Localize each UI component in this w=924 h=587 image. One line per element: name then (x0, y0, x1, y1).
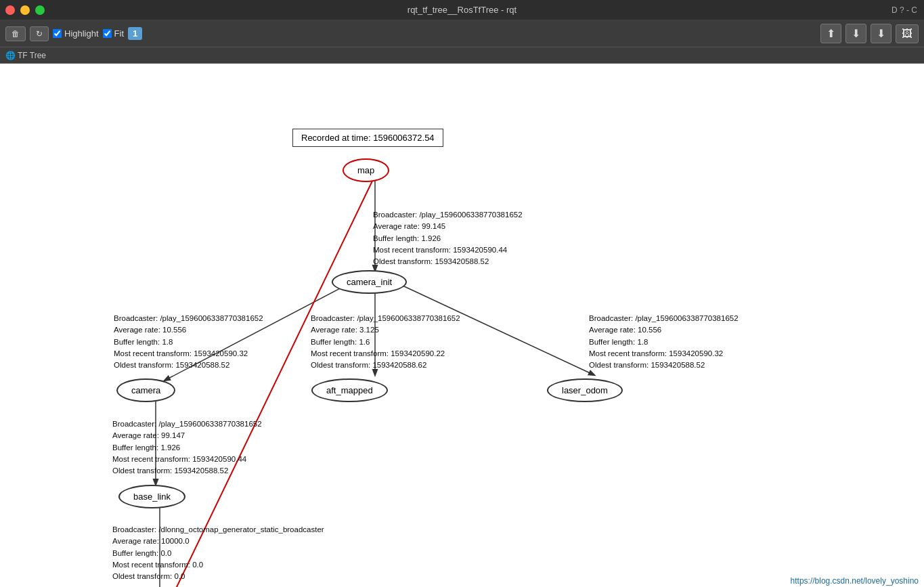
node-map[interactable]: map (343, 158, 389, 182)
node-base-link-ellipse[interactable]: base_link (118, 485, 185, 508)
download1-button[interactable]: ⬇ (845, 24, 866, 43)
node-laser-odom-ellipse[interactable]: laser_odom (547, 378, 623, 402)
clear-icon: 🗑 (12, 29, 20, 39)
highlight-checkbox-label[interactable]: Highlight (53, 28, 99, 39)
node-camera-ellipse[interactable]: camera (116, 378, 175, 402)
menubar: 🌐 TF Tree (0, 47, 924, 64)
download2-icon: ⬇ (877, 28, 885, 39)
recorded-time-box: Recorded at time: 1596006372.54 (292, 129, 443, 147)
fit-label: Fit (114, 28, 124, 39)
node-map-ellipse[interactable]: map (343, 158, 389, 182)
edge-info-camera-baselink: Broadcaster: /play_1596006338770381652 A… (112, 418, 262, 477)
maximize-btn[interactable] (35, 5, 45, 15)
edge-info-camerainit-camera: Broadcaster: /play_1596006338770381652 A… (114, 313, 263, 371)
watermark: https://blog.csdn.net/lovely_yoshino (791, 576, 919, 586)
refresh-button[interactable]: ↻ (30, 26, 49, 41)
highlight-checkbox[interactable] (53, 29, 62, 38)
node-camera-init[interactable]: camera_init (332, 270, 407, 294)
menu-item-tf-tree[interactable]: 🌐 TF Tree (5, 51, 46, 60)
edge-info-camerainit-laser: Broadcaster: /play_1596006338770381652 A… (589, 313, 739, 371)
minimize-btn[interactable] (20, 5, 30, 15)
download2-button[interactable]: ⬇ (871, 24, 892, 43)
window-controls[interactable] (5, 5, 45, 15)
upload-icon: ⬆ (827, 28, 835, 39)
node-camera[interactable]: camera (116, 378, 175, 402)
tf-tree-label: TF Tree (18, 51, 46, 60)
refresh-icon: ↻ (36, 29, 43, 39)
clear-button[interactable]: 🗑 (5, 26, 26, 41)
toolbar: 🗑 ↻ Highlight Fit 1 ⬆ ⬇ ⬇ 🖼 (0, 20, 924, 47)
node-laser-odom[interactable]: laser_odom (547, 378, 623, 402)
download1-icon: ⬇ (852, 28, 860, 39)
image-icon: 🖼 (902, 28, 912, 39)
node-base-link[interactable]: base_link (118, 485, 185, 508)
titlebar: rqt_tf_tree__RosTfTree - rqt D ? - C (0, 0, 924, 20)
tf-tree-icon: 🌐 (5, 51, 16, 60)
count-badge: 1 (128, 27, 142, 40)
upload-button[interactable]: ⬆ (820, 24, 841, 43)
fit-checkbox-label[interactable]: Fit (103, 28, 124, 39)
edge-info-map-camerainit: Broadcaster: /play_1596006338770381652 A… (373, 209, 523, 267)
edge-info-baselink-rslidar: Broadcaster: /dlonng_octomap_generator_s… (112, 524, 324, 582)
title-right: D ? - C (892, 5, 917, 15)
node-aft-mapped[interactable]: aft_mapped (311, 378, 388, 402)
highlight-label: Highlight (64, 28, 99, 39)
toolbar-right: ⬆ ⬇ ⬇ 🖼 (820, 24, 919, 43)
image-button[interactable]: 🖼 (896, 24, 919, 43)
node-aft-mapped-ellipse[interactable]: aft_mapped (311, 378, 388, 402)
recorded-time-text: Recorded at time: 1596006372.54 (301, 133, 435, 143)
close-btn[interactable] (5, 5, 15, 15)
main-canvas: Recorded at time: 1596006372.54 map Broa… (0, 64, 924, 587)
edge-info-camerainit-aft: Broadcaster: /play_1596006338770381652 A… (311, 313, 460, 371)
window-title: rqt_tf_tree__RosTfTree - rqt (408, 5, 516, 15)
fit-checkbox[interactable] (103, 29, 112, 38)
node-camera-init-ellipse[interactable]: camera_init (332, 270, 407, 294)
